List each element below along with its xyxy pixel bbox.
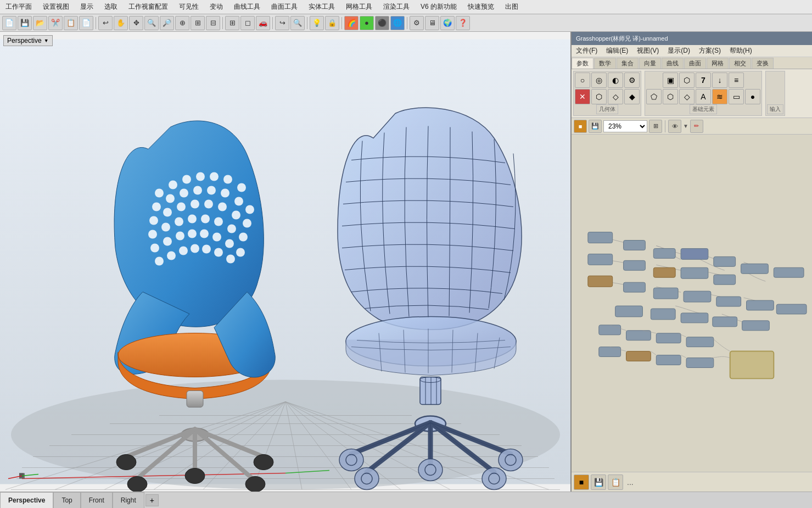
menu-transform[interactable]: 变动 xyxy=(204,1,228,13)
gh-icon-A[interactable]: A xyxy=(696,89,711,104)
tool-cut[interactable]: ✂️ xyxy=(48,16,63,30)
gh-icon-rhombus[interactable]: ◆ xyxy=(624,89,640,104)
gh-bottom-btn-3[interactable]: 📋 xyxy=(608,474,623,490)
tab-right[interactable]: Right xyxy=(113,492,144,508)
gh-menu-edit[interactable]: 编辑(E) xyxy=(602,45,632,57)
gh-icon-circle[interactable]: ○ xyxy=(575,72,590,88)
menu-print[interactable]: 出图 xyxy=(500,1,524,13)
tool-open[interactable]: 📂 xyxy=(33,16,47,30)
gh-icon-x[interactable]: ✕ xyxy=(575,89,590,104)
viewport-label[interactable]: Perspective ▼ xyxy=(3,35,53,46)
menu-mesh-tools[interactable]: 网格工具 xyxy=(340,1,378,13)
tool-car[interactable]: 🚗 xyxy=(256,16,270,30)
tool-box[interactable]: ◻ xyxy=(240,16,255,30)
gh-dots[interactable]: ... xyxy=(625,477,636,488)
menu-setview[interactable]: 设置视图 xyxy=(37,1,75,13)
tool-pan[interactable]: ✋ xyxy=(114,16,128,30)
tool-zoom-out[interactable]: 🔎 xyxy=(160,16,174,30)
tool-color3[interactable]: ⚫ xyxy=(375,16,389,30)
gh-tab-intersect[interactable]: 相交 xyxy=(729,58,751,69)
gh-icon-download[interactable]: ↓ xyxy=(712,72,727,88)
gh-canvas[interactable] xyxy=(572,135,812,472)
tool-viewport-layout[interactable]: ⊞ xyxy=(225,16,239,30)
tool-lock[interactable]: 🔒 xyxy=(325,16,339,30)
gh-icon-hex2[interactable]: ⬡ xyxy=(663,89,678,104)
menu-render-tools[interactable]: 渲染工具 xyxy=(378,1,415,13)
gh-icon-dot[interactable]: ● xyxy=(745,89,760,104)
tab-perspective[interactable]: Perspective xyxy=(0,492,53,508)
menu-v6-new[interactable]: V6 的新功能 xyxy=(415,1,462,13)
gh-icon-diamond2[interactable]: ◇ xyxy=(679,89,695,104)
tab-top[interactable]: Top xyxy=(53,492,80,508)
gh-tool-doc[interactable]: ■ xyxy=(574,120,587,133)
gh-bottom-btn-1[interactable]: ■ xyxy=(574,474,589,490)
viewport[interactable]: Perspective ▼ xyxy=(0,32,570,492)
tool-save[interactable]: 💾 xyxy=(18,16,32,30)
tool-help[interactable]: ❓ xyxy=(456,16,470,30)
tool-undo[interactable]: ↩ xyxy=(98,16,113,30)
gh-icon-arc[interactable]: ◐ xyxy=(608,72,623,88)
tab-add-button[interactable]: + xyxy=(145,494,159,506)
menu-visibility[interactable]: 可见性 xyxy=(173,1,204,13)
gh-tool-fit[interactable]: ⊞ xyxy=(649,120,662,133)
gh-node-1[interactable] xyxy=(588,232,613,243)
gh-menu-display[interactable]: 显示(D) xyxy=(663,45,695,57)
tool-color4[interactable]: 🌐 xyxy=(390,16,405,30)
menu-display[interactable]: 显示 xyxy=(75,1,99,13)
gh-bottom-btn-2[interactable]: 💾 xyxy=(591,474,606,490)
gh-section-basic: 基础元素 xyxy=(690,104,717,114)
gh-icon-hex[interactable]: ⬡ xyxy=(591,89,607,104)
tool-copy[interactable]: 📋 xyxy=(64,16,78,30)
tool-zoom-extents[interactable]: ⊞ xyxy=(191,16,205,30)
menu-solid-tools[interactable]: 实体工具 xyxy=(303,1,340,13)
tool-new[interactable]: 📄 xyxy=(2,16,16,30)
tool-earth[interactable]: 🌍 xyxy=(440,16,455,30)
gh-tool-red-pen[interactable]: ✏ xyxy=(690,120,703,133)
tool-color1[interactable]: 🌈 xyxy=(344,16,359,30)
gh-zoom-select[interactable]: 23% 50% 100% xyxy=(603,120,647,132)
gh-icon-ring[interactable]: ◎ xyxy=(591,72,607,88)
tool-settings[interactable]: ⚙ xyxy=(410,16,424,30)
tab-front[interactable]: Front xyxy=(81,492,113,508)
gh-icon-pentagon[interactable]: ⬠ xyxy=(646,89,662,104)
gh-tab-params[interactable]: 参数 xyxy=(572,58,593,69)
menu-workplane[interactable]: 工作平面 xyxy=(0,1,37,13)
menu-surface-tools[interactable]: 曲面工具 xyxy=(266,1,303,13)
gh-tab-transform[interactable]: 变换 xyxy=(752,58,774,69)
tool-color2[interactable]: ● xyxy=(360,16,374,30)
gh-tab-curve[interactable]: 曲线 xyxy=(662,58,684,69)
tool-move[interactable]: ✥ xyxy=(129,16,143,30)
gh-icon-diamond[interactable]: ◇ xyxy=(608,89,623,104)
menu-viewport-config[interactable]: 工作视窗配置 xyxy=(123,1,173,13)
gh-icon-gear[interactable]: ⚙ xyxy=(624,72,640,88)
gh-tool-eye[interactable]: 👁 xyxy=(668,120,681,133)
gh-menu-help[interactable]: 帮助(H) xyxy=(725,45,757,57)
tool-zoom-in[interactable]: 🔍 xyxy=(144,16,159,30)
gh-icon-box3d[interactable]: ▣ xyxy=(663,72,678,88)
gh-icon-rect[interactable]: ▭ xyxy=(729,89,744,104)
tool-paste[interactable]: 📄 xyxy=(79,16,93,30)
menu-select[interactable]: 选取 xyxy=(99,1,123,13)
gh-tool-save-doc[interactable]: 💾 xyxy=(589,120,602,133)
gh-tab-vector[interactable]: 向量 xyxy=(639,58,661,69)
gh-tab-sets[interactable]: 集合 xyxy=(617,58,639,69)
gh-tab-math[interactable]: 数学 xyxy=(594,58,616,69)
gh-icon-wave[interactable]: ≋ xyxy=(712,89,727,104)
menu-curve-tools[interactable]: 曲线工具 xyxy=(228,1,266,13)
gh-icon-list[interactable]: ≡ xyxy=(729,72,744,88)
gh-icon-7[interactable]: 7 xyxy=(696,72,711,88)
gh-menu-view[interactable]: 视图(V) xyxy=(632,45,663,57)
gh-menu-solution[interactable]: 方案(S) xyxy=(695,45,725,57)
tool-zoom-window[interactable]: ⊕ xyxy=(175,16,189,30)
tool-redo[interactable]: ↪ xyxy=(275,16,289,30)
tool-zoom-target[interactable]: 🔍 xyxy=(290,16,305,30)
gh-icon-oct[interactable]: ⬡ xyxy=(679,72,695,88)
gh-tab-surface[interactable]: 曲面 xyxy=(684,58,706,69)
tool-zoom-all[interactable]: ⊟ xyxy=(206,16,220,30)
tool-light[interactable]: 💡 xyxy=(310,16,324,30)
gh-menu-file[interactable]: 文件(F) xyxy=(572,45,602,57)
gh-node-highlight[interactable] xyxy=(730,351,774,379)
tool-monitor[interactable]: 🖥 xyxy=(425,16,439,30)
menu-quick-preview[interactable]: 快速预览 xyxy=(462,1,500,13)
gh-tab-mesh[interactable]: 网格 xyxy=(707,58,729,69)
